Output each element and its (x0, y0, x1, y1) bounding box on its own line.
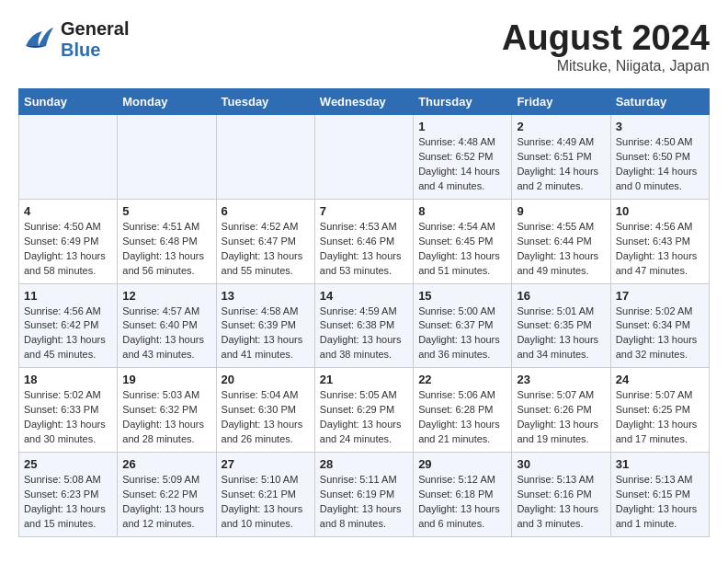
logo-blue-text: Blue (61, 40, 100, 61)
day-of-week-header: Wednesday (314, 89, 413, 115)
day-info: Sunrise: 4:55 AMSunset: 6:44 PMDaylight:… (517, 220, 605, 279)
day-info: Sunrise: 4:51 AMSunset: 6:48 PMDaylight:… (122, 220, 210, 279)
day-number: 15 (418, 289, 506, 303)
day-number: 6 (222, 204, 310, 218)
day-info: Sunrise: 4:57 AMSunset: 6:40 PMDaylight:… (122, 304, 210, 363)
day-info: Sunrise: 4:50 AMSunset: 6:50 PMDaylight:… (616, 135, 704, 194)
calendar-week-row: 1Sunrise: 4:48 AMSunset: 6:52 PMDaylight… (19, 115, 710, 200)
day-info: Sunrise: 4:56 AMSunset: 6:43 PMDaylight:… (616, 220, 704, 279)
day-number: 16 (517, 289, 605, 303)
day-number: 10 (616, 204, 704, 218)
day-of-week-header: Tuesday (216, 89, 314, 115)
day-info: Sunrise: 5:00 AMSunset: 6:37 PMDaylight:… (418, 304, 506, 363)
day-number: 8 (418, 204, 506, 218)
day-number: 5 (122, 204, 210, 218)
calendar-cell: 29Sunrise: 5:12 AMSunset: 6:18 PMDayligh… (414, 453, 512, 537)
calendar-cell: 27Sunrise: 5:10 AMSunset: 6:21 PMDayligh… (216, 453, 314, 537)
subtitle: Mitsuke, Niigata, Japan (502, 58, 710, 75)
day-info: Sunrise: 4:53 AMSunset: 6:46 PMDaylight:… (320, 220, 408, 279)
day-info: Sunrise: 4:52 AMSunset: 6:47 PMDaylight:… (222, 220, 310, 279)
calendar-cell (118, 115, 216, 200)
day-number: 2 (517, 120, 605, 133)
calendar-table: SundayMondayTuesdayWednesdayThursdayFrid… (18, 88, 710, 537)
day-info: Sunrise: 4:59 AMSunset: 6:38 PMDaylight:… (320, 304, 408, 363)
page-header: General Blue August 2024 Mitsuke, Niigat… (18, 18, 710, 75)
calendar-cell: 26Sunrise: 5:09 AMSunset: 6:22 PMDayligh… (118, 453, 216, 537)
calendar-cell: 17Sunrise: 5:02 AMSunset: 6:34 PMDayligh… (610, 283, 709, 368)
calendar-week-row: 11Sunrise: 4:56 AMSunset: 6:42 PMDayligh… (19, 283, 710, 368)
calendar-cell (19, 115, 118, 200)
day-number: 17 (616, 289, 704, 303)
day-info: Sunrise: 5:07 AMSunset: 6:25 PMDaylight:… (616, 388, 704, 447)
calendar-cell: 19Sunrise: 5:03 AMSunset: 6:32 PMDayligh… (118, 368, 216, 453)
calendar-cell: 15Sunrise: 5:00 AMSunset: 6:37 PMDayligh… (414, 283, 512, 368)
day-number: 20 (222, 373, 310, 386)
day-of-week-header: Monday (118, 89, 216, 115)
day-info: Sunrise: 5:08 AMSunset: 6:23 PMDaylight:… (24, 473, 112, 532)
title-area: August 2024 Mitsuke, Niigata, Japan (502, 18, 710, 75)
day-of-week-header: Thursday (414, 89, 512, 115)
calendar-cell: 4Sunrise: 4:50 AMSunset: 6:49 PMDaylight… (19, 199, 118, 283)
calendar-cell: 1Sunrise: 4:48 AMSunset: 6:52 PMDaylight… (414, 115, 512, 200)
main-title: August 2024 (502, 18, 710, 58)
logo-general-text: General (61, 18, 129, 40)
calendar-cell: 5Sunrise: 4:51 AMSunset: 6:48 PMDaylight… (118, 199, 216, 283)
day-info: Sunrise: 5:03 AMSunset: 6:32 PMDaylight:… (122, 388, 210, 447)
day-info: Sunrise: 4:54 AMSunset: 6:45 PMDaylight:… (418, 220, 506, 279)
day-info: Sunrise: 5:10 AMSunset: 6:21 PMDaylight:… (222, 473, 310, 532)
day-info: Sunrise: 5:11 AMSunset: 6:19 PMDaylight:… (320, 473, 408, 532)
logo-bird-icon (18, 20, 57, 59)
logo-text-box: General Blue (61, 18, 129, 61)
calendar-cell: 11Sunrise: 4:56 AMSunset: 6:42 PMDayligh… (19, 283, 118, 368)
day-number: 25 (24, 457, 112, 471)
calendar-cell: 6Sunrise: 4:52 AMSunset: 6:47 PMDaylight… (216, 199, 314, 283)
day-number: 30 (517, 457, 605, 471)
day-number: 19 (122, 373, 210, 386)
day-of-week-header: Friday (512, 89, 610, 115)
calendar-cell: 23Sunrise: 5:07 AMSunset: 6:26 PMDayligh… (512, 368, 610, 453)
calendar-cell: 24Sunrise: 5:07 AMSunset: 6:25 PMDayligh… (610, 368, 709, 453)
day-number: 28 (320, 457, 408, 471)
day-number: 13 (222, 289, 310, 303)
day-info: Sunrise: 4:56 AMSunset: 6:42 PMDaylight:… (24, 304, 112, 363)
calendar-cell: 30Sunrise: 5:13 AMSunset: 6:16 PMDayligh… (512, 453, 610, 537)
day-number: 26 (122, 457, 210, 471)
day-info: Sunrise: 5:12 AMSunset: 6:18 PMDaylight:… (418, 473, 506, 532)
day-info: Sunrise: 5:13 AMSunset: 6:15 PMDaylight:… (616, 473, 704, 532)
day-info: Sunrise: 5:02 AMSunset: 6:34 PMDaylight:… (616, 304, 704, 363)
day-of-week-header: Sunday (19, 89, 118, 115)
day-number: 29 (418, 457, 506, 471)
calendar-cell (216, 115, 314, 200)
day-info: Sunrise: 4:58 AMSunset: 6:39 PMDaylight:… (222, 304, 310, 363)
calendar-cell: 18Sunrise: 5:02 AMSunset: 6:33 PMDayligh… (19, 368, 118, 453)
calendar-cell: 28Sunrise: 5:11 AMSunset: 6:19 PMDayligh… (314, 453, 413, 537)
day-info: Sunrise: 5:13 AMSunset: 6:16 PMDaylight:… (517, 473, 605, 532)
calendar-cell: 12Sunrise: 4:57 AMSunset: 6:40 PMDayligh… (118, 283, 216, 368)
day-number: 27 (222, 457, 310, 471)
day-info: Sunrise: 5:01 AMSunset: 6:35 PMDaylight:… (517, 304, 605, 363)
calendar-cell (314, 115, 413, 200)
day-number: 3 (616, 120, 704, 133)
calendar-cell: 13Sunrise: 4:58 AMSunset: 6:39 PMDayligh… (216, 283, 314, 368)
day-number: 12 (122, 289, 210, 303)
calendar-week-row: 4Sunrise: 4:50 AMSunset: 6:49 PMDaylight… (19, 199, 710, 283)
calendar-cell: 7Sunrise: 4:53 AMSunset: 6:46 PMDaylight… (314, 199, 413, 283)
day-of-week-header: Saturday (610, 89, 709, 115)
day-info: Sunrise: 5:04 AMSunset: 6:30 PMDaylight:… (222, 388, 310, 447)
calendar-cell: 2Sunrise: 4:49 AMSunset: 6:51 PMDaylight… (512, 115, 610, 200)
day-number: 21 (320, 373, 408, 386)
day-info: Sunrise: 5:09 AMSunset: 6:22 PMDaylight:… (122, 473, 210, 532)
calendar-cell: 25Sunrise: 5:08 AMSunset: 6:23 PMDayligh… (19, 453, 118, 537)
day-number: 9 (517, 204, 605, 218)
calendar-header-row: SundayMondayTuesdayWednesdayThursdayFrid… (19, 89, 710, 115)
calendar-cell: 14Sunrise: 4:59 AMSunset: 6:38 PMDayligh… (314, 283, 413, 368)
calendar-cell: 8Sunrise: 4:54 AMSunset: 6:45 PMDaylight… (414, 199, 512, 283)
calendar-cell: 22Sunrise: 5:06 AMSunset: 6:28 PMDayligh… (414, 368, 512, 453)
day-number: 11 (24, 289, 112, 303)
logo: General Blue (18, 18, 129, 61)
calendar-cell: 9Sunrise: 4:55 AMSunset: 6:44 PMDaylight… (512, 199, 610, 283)
day-info: Sunrise: 4:49 AMSunset: 6:51 PMDaylight:… (517, 135, 605, 194)
day-number: 1 (418, 120, 506, 133)
day-info: Sunrise: 4:48 AMSunset: 6:52 PMDaylight:… (418, 135, 506, 194)
calendar-week-row: 18Sunrise: 5:02 AMSunset: 6:33 PMDayligh… (19, 368, 710, 453)
